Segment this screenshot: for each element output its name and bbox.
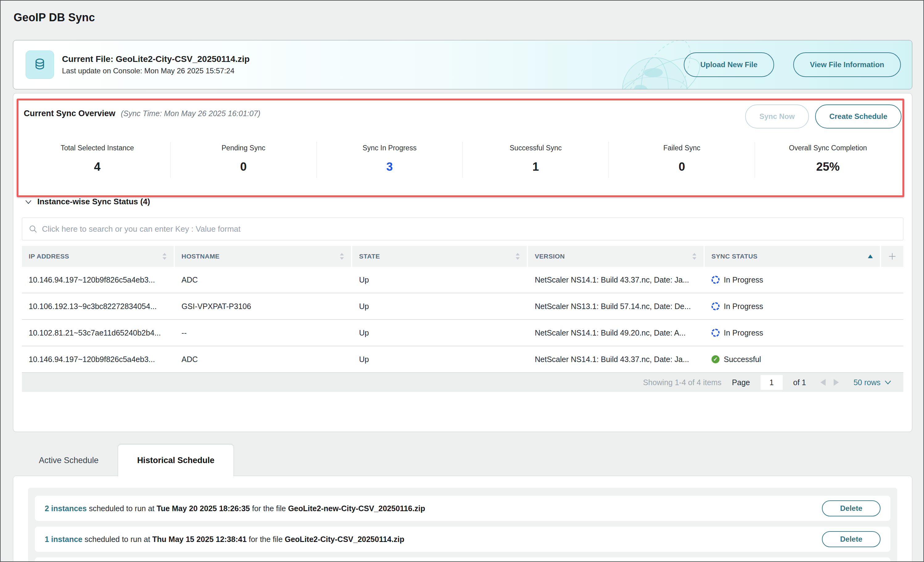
add-column-button[interactable]	[881, 246, 903, 267]
historical-schedule-panel: 2 instances scheduled to run at Tue May …	[13, 476, 912, 562]
create-schedule-button[interactable]: Create Schedule	[815, 105, 902, 129]
current-file-banner: Current File: GeoLite2-City-CSV_20250114…	[13, 40, 912, 89]
overview-heading: Current Sync Overview (Sync Time: Mon Ma…	[24, 109, 260, 118]
search-input[interactable]	[42, 224, 897, 234]
chevron-down-icon	[24, 198, 32, 206]
instances-link[interactable]: 2 instances	[45, 504, 87, 513]
cell-hostname: ADC	[175, 346, 351, 372]
page-number-input[interactable]	[760, 375, 783, 390]
cell-version: NetScaler NS13.1: Build 57.14.nc, Date: …	[528, 293, 704, 319]
schedule-tabs: Active Schedule Historical Schedule	[13, 444, 912, 476]
schedule-list: 2 instances scheduled to run at Tue May …	[28, 488, 897, 562]
page-label: Page	[732, 378, 750, 387]
column-header-hostname[interactable]: HOSTNAME	[175, 246, 351, 267]
sort-arrows-icon	[162, 253, 167, 260]
cell-version: NetScaler NS14.1: Build 49.20.nc, Date: …	[528, 320, 704, 346]
tab-historical-schedule[interactable]: Historical Schedule	[118, 444, 234, 476]
cell-ip-address: 10.106.192.13~9c3bc82272834054...	[22, 293, 174, 319]
column-header-version[interactable]: VERSION	[528, 246, 704, 267]
view-file-information-button[interactable]: View File Information	[793, 52, 901, 77]
instance-wise-sync-status-toggle[interactable]: Instance-wise Sync Status (4)	[24, 197, 901, 206]
cell-state: Up	[352, 346, 527, 372]
sort-arrows-icon	[339, 253, 344, 260]
rows-per-page-select[interactable]: 50 rows	[854, 378, 892, 387]
showing-items-text: Showing 1-4 of 4 items	[643, 378, 722, 387]
sorted-ascending-icon	[867, 254, 873, 259]
schedule-description: 1 instance scheduled to run at Thu May 1…	[45, 535, 404, 544]
table-row: 10.106.192.13~9c3bc82272834054... GSI-VP…	[22, 293, 903, 320]
stat-successful-sync: Successful Sync 1	[462, 142, 609, 178]
schedule-file: GeoLite2-City-CSV_20250114.zip	[285, 535, 404, 544]
overview-sync-time: (Sync Time: Mon May 26 2025 16:01:07)	[121, 109, 261, 118]
column-header-ip-address[interactable]: IP ADDRESS	[22, 246, 174, 267]
schedule-time: Thu May 15 2025 12:38:41	[152, 535, 247, 544]
schedule-row: 2 instances scheduled to run at Tue May …	[35, 496, 890, 521]
column-header-sync-status[interactable]: SYNC STATUS	[705, 246, 880, 267]
cell-state: Up	[352, 293, 527, 319]
cell-sync-status: In Progress	[705, 293, 885, 319]
sync-stats-row: Total Selected Instance 4 Pending Sync 0…	[24, 142, 901, 178]
cell-state: Up	[352, 267, 527, 293]
schedule-description: 2 instances scheduled to run at Tue May …	[45, 504, 425, 513]
of-pages-text: of 1	[793, 378, 806, 387]
cell-ip-address: 10.146.94.197~120b9f826c5a4eb3...	[22, 267, 174, 293]
cell-ip-address: 10.146.94.197~120b9f826c5a4eb3...	[22, 346, 174, 372]
stat-pending-sync: Pending Sync 0	[170, 142, 316, 178]
upload-new-file-button[interactable]: Upload New File	[684, 52, 774, 77]
overview-title: Current Sync Overview	[24, 109, 116, 118]
cell-version: NetScaler NS14.1: Build 43.37.nc, Date: …	[528, 267, 704, 293]
stat-failed-sync: Failed Sync 0	[609, 142, 754, 178]
schedule-row-partial	[35, 558, 890, 562]
schedule-row: 1 instance scheduled to run at Thu May 1…	[35, 526, 890, 552]
delete-schedule-button[interactable]: Delete	[822, 501, 880, 516]
column-header-state[interactable]: STATE	[352, 246, 527, 267]
chevron-down-icon	[884, 379, 892, 386]
table-row: 10.146.94.197~120b9f826c5a4eb3... ADC Up…	[22, 267, 903, 293]
cell-state: Up	[352, 320, 527, 346]
table-row: 10.146.94.197~120b9f826c5a4eb3... ADC Up…	[22, 346, 903, 373]
last-update-text: Last update on Console: Mon May 26 2025 …	[62, 67, 249, 75]
plus-icon	[888, 252, 897, 261]
cell-sync-status: Successful	[705, 346, 885, 372]
sync-status-icon	[711, 276, 720, 284]
table-header-row: IP ADDRESS HOSTNAME STATE VERSION SYNC S…	[22, 246, 903, 267]
sync-status-icon	[711, 302, 720, 310]
search-icon	[28, 224, 38, 233]
schedule-time: Tue May 20 2025 18:26:35	[157, 504, 250, 513]
geoip-db-sync-page: GeoIP DB Sync	[0, 0, 924, 562]
page-title: GeoIP DB Sync	[14, 11, 95, 24]
cell-ip-address: 10.102.81.21~53c7ae11d65240b2b4...	[22, 320, 174, 346]
tab-active-schedule[interactable]: Active Schedule	[20, 444, 118, 476]
previous-page-icon[interactable]	[819, 378, 826, 386]
stat-overall-sync-completion: Overall Sync Completion 25%	[754, 142, 901, 178]
sync-status-icon	[711, 355, 720, 363]
sync-status-icon	[711, 329, 720, 337]
cell-hostname: ADC	[175, 267, 351, 293]
sort-arrows-icon	[692, 253, 697, 260]
table-row: 10.102.81.21~53c7ae11d65240b2b4... -- Up…	[22, 320, 903, 346]
stat-total-selected-instance: Total Selected Instance 4	[24, 142, 170, 178]
instance-search	[22, 218, 903, 240]
cell-sync-status: In Progress	[705, 267, 885, 293]
cell-sync-status: In Progress	[705, 320, 885, 346]
sort-arrows-icon	[515, 253, 520, 260]
delete-schedule-button[interactable]: Delete	[822, 531, 880, 547]
cell-version: NetScaler NS14.1: Build 43.37.nc, Date: …	[528, 346, 704, 372]
next-page-icon[interactable]	[833, 378, 840, 386]
stat-sync-in-progress: Sync In Progress 3	[316, 142, 463, 178]
instance-table: IP ADDRESS HOSTNAME STATE VERSION SYNC S…	[22, 246, 903, 392]
instance-wise-sync-status-title: Instance-wise Sync Status (4)	[38, 197, 150, 206]
cell-hostname: --	[175, 320, 351, 346]
table-footer: Showing 1-4 of 4 items Page of 1 50 rows	[22, 373, 903, 392]
cell-hostname: GSI-VPXPAT-P3106	[175, 293, 351, 319]
current-file-title: Current File: GeoLite2-City-CSV_20250114…	[62, 54, 249, 64]
schedules-section: Active Schedule Historical Schedule 2 in…	[13, 444, 912, 562]
instances-link[interactable]: 1 instance	[45, 535, 82, 544]
sync-now-button[interactable]: Sync Now	[745, 105, 809, 129]
database-icon	[26, 51, 54, 79]
sync-overview-card: Current Sync Overview (Sync Time: Mon Ma…	[13, 93, 912, 432]
current-file-info: Current File: GeoLite2-City-CSV_20250114…	[62, 54, 249, 75]
schedule-file: GeoLite2-new-City-CSV_20250116.zip	[288, 504, 425, 513]
